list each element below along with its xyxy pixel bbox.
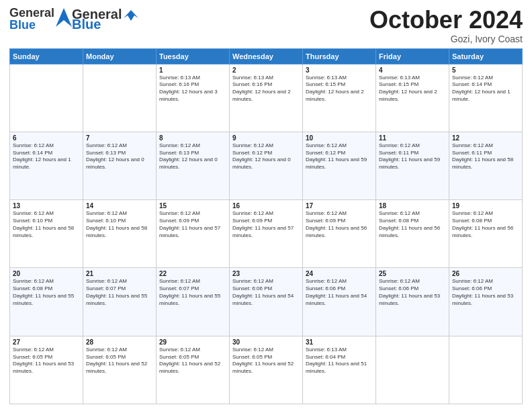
table-row: 4Sunrise: 6:13 AMSunset: 6:15 PMDaylight… — [376, 64, 449, 132]
day-number: 16 — [232, 202, 300, 210]
cell-info: Sunrise: 6:12 AMSunset: 6:09 PMDaylight:… — [232, 210, 300, 239]
cell-info: Sunrise: 6:12 AMSunset: 6:07 PMDaylight:… — [86, 278, 153, 307]
table-row: 23Sunrise: 6:12 AMSunset: 6:06 PMDayligh… — [230, 268, 303, 336]
cell-info: Sunrise: 6:12 AMSunset: 6:09 PMDaylight:… — [159, 210, 226, 239]
day-number: 28 — [86, 338, 153, 346]
table-row: 14Sunrise: 6:12 AMSunset: 6:10 PMDayligh… — [83, 200, 157, 268]
table-row: 3Sunrise: 6:13 AMSunset: 6:15 PMDaylight… — [303, 64, 376, 132]
day-number: 30 — [232, 338, 300, 346]
title-block: October 2024 Gozi, Ivory Coast — [369, 7, 523, 44]
table-row: 20Sunrise: 6:12 AMSunset: 6:08 PMDayligh… — [10, 268, 83, 336]
day-number: 20 — [13, 270, 80, 277]
day-number: 12 — [452, 134, 519, 142]
day-number: 9 — [232, 134, 300, 142]
calendar-table: Sunday Monday Tuesday Wednesday Thursday… — [9, 48, 523, 404]
location-title: Gozi, Ivory Coast — [369, 34, 523, 44]
day-number: 29 — [159, 338, 226, 346]
col-friday: Friday — [376, 48, 449, 64]
table-row: 11Sunrise: 6:12 AMSunset: 6:11 PMDayligh… — [376, 132, 449, 199]
cell-info: Sunrise: 6:12 AMSunset: 6:05 PMDaylight:… — [86, 347, 153, 375]
logo-blue: Blue — [72, 17, 101, 32]
table-row: 30Sunrise: 6:12 AMSunset: 6:05 PMDayligh… — [230, 336, 303, 404]
table-row: 19Sunrise: 6:12 AMSunset: 6:08 PMDayligh… — [449, 200, 523, 268]
cell-info: Sunrise: 6:13 AMSunset: 6:15 PMDaylight:… — [379, 75, 446, 103]
day-number: 22 — [159, 270, 226, 277]
col-monday: Monday — [83, 48, 157, 64]
table-row: 17Sunrise: 6:12 AMSunset: 6:09 PMDayligh… — [303, 200, 376, 268]
day-number: 23 — [232, 270, 300, 277]
table-row: 8Sunrise: 6:12 AMSunset: 6:13 PMDaylight… — [157, 132, 230, 199]
logo-blue-text: Blue — [9, 19, 54, 31]
table-row: 2Sunrise: 6:13 AMSunset: 6:16 PMDaylight… — [230, 64, 303, 132]
month-title: October 2024 — [369, 7, 523, 34]
table-row — [83, 64, 157, 132]
col-wednesday: Wednesday — [230, 48, 303, 64]
day-number: 14 — [86, 202, 153, 210]
cell-info: Sunrise: 6:13 AMSunset: 6:15 PMDaylight:… — [306, 75, 373, 103]
cell-info: Sunrise: 6:12 AMSunset: 6:06 PMDaylight:… — [306, 278, 373, 307]
cell-info: Sunrise: 6:12 AMSunset: 6:06 PMDaylight:… — [232, 278, 300, 307]
col-saturday: Saturday — [449, 48, 523, 64]
day-number: 3 — [306, 66, 373, 74]
table-row: 22Sunrise: 6:12 AMSunset: 6:07 PMDayligh… — [157, 268, 230, 336]
calendar-week-row: 1Sunrise: 6:13 AMSunset: 6:16 PMDaylight… — [10, 64, 523, 132]
table-row: 25Sunrise: 6:12 AMSunset: 6:06 PMDayligh… — [376, 268, 449, 336]
table-row: 10Sunrise: 6:12 AMSunset: 6:12 PMDayligh… — [303, 132, 376, 199]
day-number: 11 — [379, 134, 446, 142]
cell-info: Sunrise: 6:12 AMSunset: 6:08 PMDaylight:… — [13, 278, 80, 307]
cell-info: Sunrise: 6:12 AMSunset: 6:05 PMDaylight:… — [13, 347, 80, 375]
table-row: 5Sunrise: 6:12 AMSunset: 6:14 PMDaylight… — [449, 64, 523, 132]
svg-marker-0 — [56, 8, 72, 27]
day-number: 25 — [379, 270, 446, 277]
day-number: 24 — [306, 270, 373, 277]
day-number: 6 — [13, 134, 80, 142]
table-row: 21Sunrise: 6:12 AMSunset: 6:07 PMDayligh… — [83, 268, 157, 336]
cell-info: Sunrise: 6:12 AMSunset: 6:05 PMDaylight:… — [159, 347, 226, 375]
col-tuesday: Tuesday — [157, 48, 230, 64]
cell-info: Sunrise: 6:12 AMSunset: 6:06 PMDaylight:… — [379, 278, 446, 307]
cell-info: Sunrise: 6:13 AMSunset: 6:16 PMDaylight:… — [159, 75, 226, 103]
table-row: 24Sunrise: 6:12 AMSunset: 6:06 PMDayligh… — [303, 268, 376, 336]
day-number: 8 — [159, 134, 226, 142]
day-number: 13 — [13, 202, 80, 210]
day-number: 27 — [13, 338, 80, 346]
table-row: 9Sunrise: 6:12 AMSunset: 6:12 PMDaylight… — [230, 132, 303, 199]
day-number: 7 — [86, 134, 153, 142]
day-number: 26 — [452, 270, 519, 277]
calendar-week-row: 20Sunrise: 6:12 AMSunset: 6:08 PMDayligh… — [10, 268, 523, 336]
table-row: 6Sunrise: 6:12 AMSunset: 6:14 PMDaylight… — [10, 132, 83, 199]
table-row: 13Sunrise: 6:12 AMSunset: 6:10 PMDayligh… — [10, 200, 83, 268]
day-number: 4 — [379, 66, 446, 74]
logo-row: General Blue — [9, 7, 72, 31]
table-row: 7Sunrise: 6:12 AMSunset: 6:13 PMDaylight… — [83, 132, 157, 199]
cell-info: Sunrise: 6:12 AMSunset: 6:06 PMDaylight:… — [452, 278, 519, 307]
cell-info: Sunrise: 6:12 AMSunset: 6:07 PMDaylight:… — [159, 278, 226, 307]
col-thursday: Thursday — [303, 48, 376, 64]
logo-bird-icon — [124, 9, 138, 21]
day-number: 2 — [232, 66, 300, 74]
table-row: 12Sunrise: 6:12 AMSunset: 6:11 PMDayligh… — [449, 132, 523, 199]
calendar-week-row: 13Sunrise: 6:12 AMSunset: 6:10 PMDayligh… — [10, 200, 523, 268]
logo-text: General Blue — [9, 7, 54, 31]
table-row: 16Sunrise: 6:12 AMSunset: 6:09 PMDayligh… — [230, 200, 303, 268]
table-row: 31Sunrise: 6:13 AMSunset: 6:04 PMDayligh… — [303, 336, 376, 404]
cell-info: Sunrise: 6:12 AMSunset: 6:11 PMDaylight:… — [452, 142, 519, 171]
calendar-week-row: 27Sunrise: 6:12 AMSunset: 6:05 PMDayligh… — [10, 336, 523, 404]
cell-info: Sunrise: 6:12 AMSunset: 6:13 PMDaylight:… — [86, 142, 153, 171]
col-sunday: Sunday — [10, 48, 83, 64]
day-number: 15 — [159, 202, 226, 210]
cell-info: Sunrise: 6:12 AMSunset: 6:08 PMDaylight:… — [452, 210, 519, 239]
logo-general-text: General — [9, 7, 54, 19]
cell-info: Sunrise: 6:12 AMSunset: 6:10 PMDaylight:… — [86, 210, 153, 239]
table-row: 18Sunrise: 6:12 AMSunset: 6:08 PMDayligh… — [376, 200, 449, 268]
cell-info: Sunrise: 6:12 AMSunset: 6:11 PMDaylight:… — [379, 142, 446, 171]
cell-info: Sunrise: 6:12 AMSunset: 6:12 PMDaylight:… — [306, 142, 373, 171]
day-number: 1 — [159, 66, 226, 74]
day-number: 31 — [306, 338, 373, 346]
day-number: 19 — [452, 202, 519, 210]
table-row — [10, 64, 83, 132]
cell-info: Sunrise: 6:12 AMSunset: 6:14 PMDaylight:… — [452, 75, 519, 103]
calendar-header-row: Sunday Monday Tuesday Wednesday Thursday… — [10, 48, 523, 64]
day-number: 5 — [452, 66, 519, 74]
cell-info: Sunrise: 6:12 AMSunset: 6:08 PMDaylight:… — [379, 210, 446, 239]
